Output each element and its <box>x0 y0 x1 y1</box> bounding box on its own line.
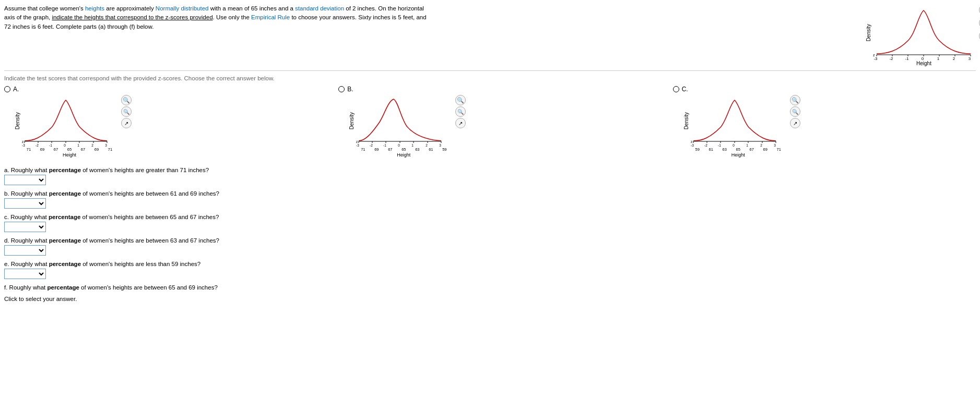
choice-C-height-row: 59 61 63 65 67 69 71 <box>691 147 786 152</box>
choice-B-label[interactable]: B. <box>338 86 353 93</box>
choice-B-y-label: Density <box>349 112 355 129</box>
question-b-text: b. Roughly what percentage of women's he… <box>4 190 976 197</box>
choice-B-export[interactable]: ↗ <box>455 118 466 128</box>
svg-text:2: 2 <box>953 56 955 61</box>
choice-A: A. Density z -3 <box>4 86 307 158</box>
choice-B-controls: 🔍 🔍 ↗ <box>455 95 466 128</box>
choice-B: B. Density z -3 -2 <box>338 86 641 158</box>
svg-text:z: z <box>873 53 875 57</box>
choice-C-x-label: Height <box>691 152 786 158</box>
questions-section: a. Roughly what percentage of women's he… <box>4 167 976 302</box>
question-f-row: f. Roughly what percentage of women's he… <box>4 284 976 291</box>
svg-text:-1: -1 <box>718 143 721 147</box>
svg-text:3: 3 <box>105 143 107 147</box>
svg-text:1: 1 <box>937 56 940 61</box>
top-area: Assume that college women's heights are … <box>4 4 976 66</box>
choice-C-y-label: Density <box>683 112 689 129</box>
svg-text:z: z <box>691 140 693 143</box>
choice-B-height-row: 71 69 67 65 63 61 59 <box>356 147 451 152</box>
top-chart-y-label: Density <box>866 24 871 41</box>
question-d-text: d. Roughly what percentage of women's he… <box>4 237 976 244</box>
svg-text:0: 0 <box>733 143 735 147</box>
question-c-row: c. Roughly what percentage of women's he… <box>4 214 976 232</box>
svg-text:-3: -3 <box>873 56 878 61</box>
choice-B-graph-wrapper: Density z -3 -2 -1 0 <box>349 95 451 158</box>
choice-B-zoom-in[interactable]: 🔍 <box>455 95 466 105</box>
svg-text:-2: -2 <box>36 143 39 147</box>
svg-text:-1: -1 <box>383 143 386 147</box>
indicate-text: Indicate the test scores that correspond… <box>4 75 976 81</box>
choice-A-graph-wrapper: Density z -3 -2 -1 0 <box>15 95 117 158</box>
question-c-select[interactable]: 0.15% 2.5% 13.5% 16% 34% 47.5% 68% 81.5%… <box>4 222 46 232</box>
choice-B-svg: z -3 -2 -1 0 1 2 3 <box>355 95 446 147</box>
choice-C-text: C. <box>682 86 688 93</box>
top-chart-container: Density -3 -2 -1 0 1 2 3 <box>866 4 976 66</box>
choice-B-x-label: Height <box>356 152 451 158</box>
question-e-select[interactable]: 0.15% 2.5% 13.5% 16% 34% 47.5% 68% 81.5%… <box>4 269 46 279</box>
choice-A-zoom-out[interactable]: 🔍 <box>121 106 132 117</box>
question-f-text: f. Roughly what percentage of women's he… <box>4 284 976 291</box>
svg-text:-1: -1 <box>49 143 52 147</box>
svg-text:0: 0 <box>64 143 66 147</box>
choice-A-text: A. <box>13 86 19 93</box>
choice-A-height-row: 71 69 67 65 67 69 71 <box>22 147 117 152</box>
choice-C-svg: z -3 -2 -1 0 1 2 3 <box>689 95 781 147</box>
radio-A[interactable] <box>4 86 10 92</box>
question-e-row: e. Roughly what percentage of women's he… <box>4 261 976 279</box>
intro-section: Assume that college women's heights are … <box>4 4 850 34</box>
choice-C-label[interactable]: C. <box>673 86 688 93</box>
svg-text:-2: -2 <box>370 143 373 147</box>
choice-B-text: B. <box>347 86 353 93</box>
top-chart-svg: -3 -2 -1 0 1 2 3 z <box>871 4 976 62</box>
choice-A-svg: z -3 -2 -1 0 1 2 3 <box>20 95 112 147</box>
svg-text:2: 2 <box>91 143 93 147</box>
svg-text:-3: -3 <box>22 143 25 147</box>
question-b-row: b. Roughly what percentage of women's he… <box>4 190 976 209</box>
choice-A-label[interactable]: A. <box>4 86 19 93</box>
choice-B-zoom-out[interactable]: 🔍 <box>455 106 466 117</box>
choice-C-export[interactable]: ↗ <box>790 118 800 128</box>
svg-text:z: z <box>356 140 358 143</box>
svg-text:-2: -2 <box>704 143 707 147</box>
choice-A-zoom-in[interactable]: 🔍 <box>121 95 132 105</box>
choice-A-x-label: Height <box>22 152 117 158</box>
choice-C-zoom-in[interactable]: 🔍 <box>790 95 800 105</box>
choices-row: A. Density z -3 <box>4 86 976 158</box>
choice-C-graph-wrapper: Density z -3 -2 -1 0 <box>683 95 786 158</box>
click-hint: Click to select your answer. <box>4 296 976 302</box>
svg-text:1: 1 <box>412 143 414 147</box>
choice-A-export[interactable]: ↗ <box>121 118 132 128</box>
choice-A-controls: 🔍 🔍 ↗ <box>121 95 132 128</box>
svg-text:-3: -3 <box>356 143 359 147</box>
question-a-select[interactable]: 0.15% 2.5% 13.5% 16% 34% 47.5% 68% 81.5%… <box>4 175 46 185</box>
choice-C-zoom-out[interactable]: 🔍 <box>790 106 800 117</box>
divider <box>4 70 976 71</box>
svg-text:3: 3 <box>440 143 442 147</box>
question-d-select[interactable]: 0.15% 2.5% 13.5% 16% 34% 47.5% 68% 81.5%… <box>4 245 46 256</box>
svg-text:1: 1 <box>77 143 79 147</box>
question-b-select[interactable]: 0.15% 2.5% 13.5% 16% 34% 47.5% 68% 81.5%… <box>4 198 46 209</box>
svg-text:3: 3 <box>969 56 971 61</box>
svg-text:2: 2 <box>760 143 762 147</box>
svg-text:0: 0 <box>398 143 400 147</box>
svg-text:-1: -1 <box>905 56 909 61</box>
svg-text:-3: -3 <box>691 143 694 147</box>
radio-B[interactable] <box>338 86 345 92</box>
svg-text:-2: -2 <box>889 56 893 61</box>
question-c-text: c. Roughly what percentage of women's he… <box>4 214 976 220</box>
svg-text:2: 2 <box>426 143 428 147</box>
intro-text: Assume that college women's heights are … <box>4 4 432 31</box>
svg-text:3: 3 <box>774 143 776 147</box>
choice-A-y-label: Density <box>15 112 20 129</box>
svg-text:1: 1 <box>746 143 748 147</box>
question-e-text: e. Roughly what percentage of women's he… <box>4 261 976 267</box>
svg-text:z: z <box>22 140 24 143</box>
radio-C[interactable] <box>673 86 679 92</box>
choice-C: C. Density z -3 -2 <box>673 86 976 158</box>
question-a-text: a. Roughly what percentage of women's he… <box>4 167 976 173</box>
question-a-row: a. Roughly what percentage of women's he… <box>4 167 976 185</box>
choice-C-controls: 🔍 🔍 ↗ <box>790 95 800 128</box>
question-d-row: d. Roughly what percentage of women's he… <box>4 237 976 256</box>
